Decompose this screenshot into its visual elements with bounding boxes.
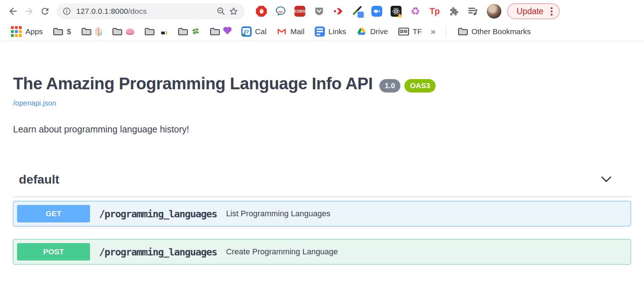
chat-extension-button[interactable] [275, 5, 286, 17]
zoom-extension-button[interactable] [371, 5, 383, 17]
reload-icon [40, 6, 50, 16]
dollar-emoji: $ [67, 27, 71, 36]
bookmarks-divider [446, 26, 446, 37]
blue-doc-icon [315, 26, 325, 37]
update-label: Update [517, 7, 543, 16]
forward-arrow-icon [24, 6, 34, 17]
bookmarks-bar: Apps $ 27 Cal Mail Links [0, 22, 644, 41]
extensions-row: CORS [256, 5, 479, 17]
get-method-badge: GET [17, 205, 90, 222]
folder-icon [144, 28, 155, 36]
announcement-card-icon [398, 27, 409, 36]
bookmark-tf[interactable]: TF [394, 27, 427, 36]
adblock-extension-button[interactable] [256, 5, 267, 17]
section-default-header[interactable]: default [13, 172, 631, 186]
redirect-extension-button[interactable] [333, 5, 344, 17]
version-badge: 1.0 [379, 79, 401, 93]
brain-emoji [126, 28, 134, 35]
openapi-spec-link[interactable]: /openapi.json [13, 99, 56, 107]
section-divider [13, 197, 631, 197]
bookmark-star-button[interactable] [227, 5, 240, 17]
recycle-icon: ♻ [411, 6, 420, 17]
video-camera-icon [371, 6, 382, 17]
bookmark-apps[interactable]: Apps [7, 26, 47, 37]
endpoint-path: /programming_languages [99, 246, 217, 258]
folder-icon [81, 28, 91, 36]
speech-bubble-icon [275, 5, 286, 17]
bookmark-folder-graduation[interactable] [140, 28, 172, 36]
bookmark-mail-label: Mail [290, 27, 305, 36]
recycle-extension-button[interactable]: ♻ [409, 5, 421, 17]
folder-icon [458, 28, 468, 36]
bookmark-apps-label: Apps [25, 27, 43, 36]
bookmark-folder-brain[interactable] [108, 28, 139, 36]
section-title: default [19, 172, 59, 186]
folder-icon [53, 28, 63, 36]
back-button[interactable] [5, 3, 21, 19]
reload-button[interactable] [37, 3, 53, 19]
bookmark-folder-herb[interactable] [174, 28, 204, 36]
bookmark-folder-carousel[interactable] [77, 28, 106, 36]
bookmark-tf-label: TF [413, 27, 422, 36]
magnifier-minus-icon [216, 7, 226, 16]
stop-hand-icon [256, 6, 267, 17]
star-icon [229, 7, 239, 16]
folder-icon [178, 28, 188, 36]
bookmark-links-label: Links [329, 27, 346, 36]
swagger-page: The Amazing Programming Language Info AP… [0, 74, 644, 264]
tp-icon: Tp [429, 6, 439, 16]
bookmark-folder-purple-heart[interactable] [205, 28, 236, 36]
red-arrow-icon [333, 6, 344, 17]
gmail-icon [277, 28, 287, 36]
bookmark-drive[interactable]: Drive [352, 27, 392, 36]
other-bookmarks-button[interactable]: Other Bookmarks [453, 27, 535, 36]
profile-avatar[interactable] [487, 4, 501, 19]
folder-icon [112, 28, 122, 36]
cors-icon: CORS [294, 6, 305, 17]
herb-emoji [192, 28, 200, 36]
update-button[interactable]: Update [507, 3, 560, 19]
back-arrow-icon [8, 6, 19, 17]
endpoint-row-post-programming-languages[interactable]: POST /programming_languages Create Progr… [13, 239, 631, 264]
zoom-out-page-button[interactable] [215, 5, 227, 17]
address-bar[interactable]: 127.0.0.1:8000/docs [57, 3, 245, 19]
url-text: 127.0.0.1:8000/docs [76, 7, 215, 16]
extensions-puzzle-button[interactable] [448, 5, 460, 17]
music-playlist-icon [468, 6, 478, 17]
post-method-badge: POST [17, 243, 90, 261]
apps-grid-icon [11, 26, 22, 37]
other-bookmarks-label: Other Bookmarks [472, 27, 531, 36]
bookmark-links[interactable]: Links [310, 26, 351, 37]
endpoint-row-get-programming-languages[interactable]: GET /programming_languages List Programm… [13, 201, 631, 226]
api-description: Learn about programming language history… [13, 124, 631, 135]
bookmark-calendar[interactable]: 27 Cal [237, 26, 271, 37]
kebab-menu-icon[interactable] [549, 7, 555, 16]
forward-button[interactable] [21, 3, 37, 19]
puzzle-piece-icon [449, 6, 459, 17]
google-calendar-icon: 27 [241, 26, 252, 37]
blue-square-icon [358, 12, 364, 18]
oas3-badge: OAS3 [404, 79, 436, 93]
react-devtools-extension-button[interactable] [390, 5, 402, 17]
bookmarks-overflow-button[interactable]: » [428, 26, 438, 37]
bookmark-drive-label: Drive [370, 27, 388, 36]
carousel-horse-emoji [95, 28, 102, 36]
bookmark-mail[interactable]: Mail [272, 27, 309, 36]
react-atom-icon [391, 6, 402, 17]
toucan-extension-button[interactable]: Tp [429, 5, 440, 17]
google-drive-icon [356, 27, 367, 36]
chevron-down-icon[interactable] [601, 176, 611, 182]
cors-extension-button[interactable]: CORS [294, 5, 306, 17]
endpoint-path: /programming_languages [99, 208, 217, 220]
pocket-extension-button[interactable] [313, 5, 325, 17]
info-icon[interactable] [62, 7, 71, 16]
playlist-extension-button[interactable] [467, 5, 479, 17]
eyedropper-extension-button[interactable] [352, 5, 363, 17]
warning-triangle-icon [397, 13, 402, 17]
purple-heart-emoji [224, 28, 231, 34]
bookmark-folder-dollar[interactable]: $ [49, 27, 76, 36]
page-title: The Amazing Programming Language Info AP… [13, 74, 373, 93]
bookmark-cal-label: Cal [255, 27, 267, 36]
shield-chevron-icon [314, 6, 325, 17]
folder-icon [210, 28, 220, 36]
